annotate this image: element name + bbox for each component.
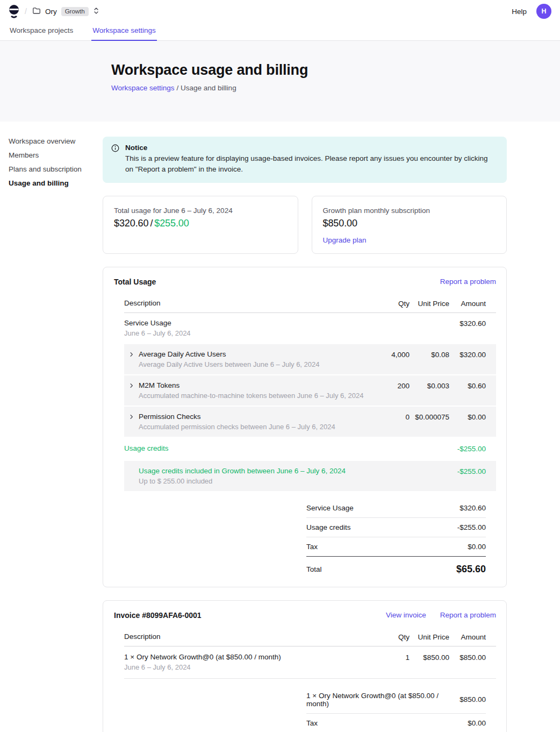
summary-row-tax: Tax $0.00: [306, 714, 486, 732]
total-amount: $65.60: [456, 564, 486, 575]
row-subtitle: Average Daily Active Users between June …: [139, 360, 320, 368]
total-usage-value: $320.60/$255.00: [114, 218, 287, 229]
summary-cards-row: Total usage for June 6 – July 6, 2024 $3…: [103, 196, 507, 254]
breadcrumb-separator: /: [25, 7, 27, 16]
page-header: Workspace usage and billing Workspace se…: [0, 41, 560, 122]
summary-amount: $320.60: [460, 504, 486, 512]
row-title: 1 × Ory Network Growth@0 (at $850.00 / m…: [124, 653, 367, 661]
row-unit-price: $0.000075: [410, 413, 449, 421]
col-qty: Qty: [367, 632, 410, 641]
summary-label: 1 × Ory Network Growth@0 (at $850.00 / m…: [306, 692, 460, 708]
subscription-label: Growth plan monthly subscription: [323, 207, 496, 215]
summary-label: Usage credits: [306, 523, 351, 531]
row-title: M2M Tokens: [139, 381, 363, 389]
total-label: Total: [306, 565, 322, 573]
summary-label: Tax: [306, 543, 318, 551]
summary-row-tax: Tax $0.00: [306, 537, 486, 557]
settings-sidebar: Workspace overview Members Plans and sub…: [0, 122, 103, 209]
sidebar-item-usage-and-billing[interactable]: Usage and billing: [9, 179, 94, 188]
breadcrumb-workspace-settings-link[interactable]: Workspace settings: [111, 84, 175, 92]
notice-content: Notice This is a preview feature for dis…: [125, 144, 496, 175]
chevron-right-icon[interactable]: [124, 350, 139, 358]
workspace-switcher[interactable]: Ory Growth: [32, 6, 99, 17]
row-unit-price: $850.00: [410, 653, 449, 662]
info-icon: [111, 144, 119, 175]
row-amount: $320.60: [449, 319, 486, 328]
sidebar-item-workspace-overview[interactable]: Workspace overview: [9, 137, 94, 146]
chevron-updown-icon[interactable]: [93, 6, 99, 17]
summary-label: Tax: [306, 719, 318, 727]
table-row-average-daily-active-users: Average Daily Active Users Average Daily…: [124, 344, 496, 374]
usage-total-row: Total $65.60: [306, 557, 486, 575]
summary-amount: $0.00: [468, 719, 486, 727]
chevron-right-icon[interactable]: [124, 381, 139, 389]
notice-title: Notice: [125, 144, 496, 152]
row-amount: $320.00: [449, 350, 486, 359]
workspace-plan-badge: Growth: [61, 7, 89, 16]
col-unit-price: Unit Price: [410, 299, 449, 308]
main-content: Notice This is a preview feature for dis…: [103, 122, 507, 732]
summary-amount: $850.00: [460, 695, 486, 703]
invoice-panel-header: Invoice #8099AFA6-0001 View invoice Repo…: [114, 611, 496, 620]
breadcrumb-current: / Usage and billing: [177, 84, 236, 92]
table-row-permission-checks: Permission Checks Accumulated permission…: [124, 407, 496, 437]
usage-panel-header: Total Usage Report a problem: [114, 278, 496, 286]
invoice-report-problem-link[interactable]: Report a problem: [440, 611, 496, 619]
row-amount: $0.00: [449, 413, 486, 421]
row-amount: $0.60: [449, 381, 486, 390]
row-title: Usage credits included in Growth between…: [139, 467, 367, 475]
summary-row-usage-credits: Usage credits -$255.00: [306, 518, 486, 537]
row-title: Average Daily Active Users: [139, 350, 320, 358]
row-amount: -$255.00: [449, 467, 486, 475]
summary-amount: -$255.00: [457, 523, 486, 531]
upgrade-plan-link[interactable]: Upgrade plan: [323, 236, 367, 244]
row-qty: 0: [367, 413, 410, 421]
ory-logo-icon[interactable]: [9, 4, 19, 19]
usage-amount: $320.60: [114, 218, 148, 229]
invoice-panel: Invoice #8099AFA6-0001 View invoice Repo…: [103, 600, 507, 732]
table-row-service-usage: Service Usage June 6 – July 6, 2024 $320…: [124, 313, 496, 343]
subscription-amount: $850.00: [323, 218, 496, 229]
chevron-right-icon[interactable]: [124, 413, 139, 420]
usage-report-problem-link[interactable]: Report a problem: [440, 278, 496, 286]
summary-label: Service Usage: [306, 504, 354, 512]
usage-totals: Service Usage $320.60 Usage credits -$25…: [306, 499, 486, 575]
page-title: Workspace usage and billing: [111, 61, 517, 79]
notice-body: This is a preview feature for displaying…: [125, 153, 496, 175]
invoice-line-row: 1 × Ory Network Growth@0 (at $850.00 / m…: [124, 646, 496, 679]
total-usage-panel: Total Usage Report a problem Description…: [103, 267, 507, 587]
row-subtitle: Up to $ 255.00 included: [139, 477, 367, 485]
usage-separator: /: [150, 218, 153, 229]
total-usage-label: Total usage for June 6 – July 6, 2024: [114, 207, 287, 215]
summary-row-line-item: 1 × Ory Network Growth@0 (at $850.00 / m…: [306, 686, 486, 714]
folder-icon: [32, 6, 41, 17]
col-amount: Amount: [449, 299, 486, 308]
workspace-tabbar: Workspace projects Workspace settings: [0, 23, 560, 41]
total-usage-card: Total usage for June 6 – July 6, 2024 $3…: [103, 196, 298, 254]
table-row-usage-credits-detail: Usage credits included in Growth between…: [124, 461, 496, 491]
usage-included-amount: $255.00: [154, 218, 189, 229]
help-link[interactable]: Help: [512, 8, 527, 16]
table-row-m2m-tokens: M2M Tokens Accumulated machine-to-machin…: [124, 375, 496, 406]
row-title: Permission Checks: [139, 413, 335, 421]
tab-workspace-settings[interactable]: Workspace settings: [91, 23, 157, 41]
row-unit-price: $0.003: [410, 381, 449, 390]
notice-banner: Notice This is a preview feature for dis…: [103, 137, 507, 183]
view-invoice-link[interactable]: View invoice: [386, 611, 426, 619]
row-subtitle: June 6 – July 6, 2024: [124, 663, 367, 671]
tab-workspace-projects[interactable]: Workspace projects: [9, 23, 74, 41]
row-amount: -$255.00: [449, 444, 486, 453]
usage-table-header: Description Qty Unit Price Amount: [124, 294, 496, 313]
breadcrumb: Workspace settings/ Usage and billing: [111, 84, 517, 92]
usage-table: Description Qty Unit Price Amount Servic…: [124, 294, 496, 491]
invoice-panel-title: Invoice #8099AFA6-0001: [114, 611, 202, 620]
user-avatar[interactable]: H: [536, 4, 551, 19]
sidebar-item-plans-and-subscription[interactable]: Plans and subscription: [9, 165, 94, 174]
sidebar-item-members[interactable]: Members: [9, 151, 94, 160]
row-subtitle: June 6 – July 6, 2024: [124, 329, 367, 337]
row-amount: $850.00: [449, 653, 486, 662]
row-qty: 4,000: [367, 350, 410, 359]
topbar-right: Help H: [512, 4, 551, 19]
subscription-card: Growth plan monthly subscription $850.00…: [312, 196, 507, 254]
invoice-table: Description Qty Unit Price Amount 1 × Or…: [124, 627, 496, 679]
